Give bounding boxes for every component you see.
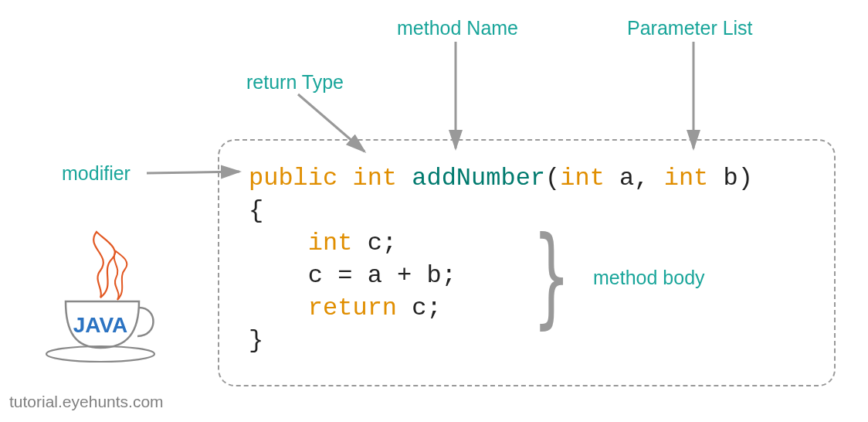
code-block: public int addNumber(int a, int b) { int… <box>249 162 805 357</box>
label-method-body: method body <box>593 267 705 289</box>
method-body-brace: } <box>534 223 569 331</box>
modifier-keyword: public <box>249 164 337 192</box>
body-line3-kw: return <box>308 294 397 322</box>
label-method-name: method Name <box>397 17 518 39</box>
body-line2: c = a + b; <box>308 261 456 290</box>
close-brace: } <box>249 326 263 355</box>
body-line3-rest: c; <box>397 294 442 322</box>
java-logo-text: JAVA <box>73 313 128 337</box>
label-modifier: modifier <box>62 162 131 185</box>
body-line1-type: int <box>308 229 353 257</box>
java-logo: JAVA <box>23 224 178 382</box>
comma: , <box>634 164 649 192</box>
param2-name: b <box>724 164 738 192</box>
param1-type: int <box>560 164 605 192</box>
param2-type: int <box>664 164 709 192</box>
close-paren: ) <box>738 164 753 192</box>
label-parameter-list: Parameter List <box>627 17 753 39</box>
method-name: addNumber <box>412 164 545 192</box>
open-paren: ( <box>545 164 560 192</box>
param1-name: a <box>619 164 634 192</box>
label-return-type: return Type <box>246 71 344 94</box>
return-type: int <box>352 164 397 192</box>
open-brace: { <box>249 196 263 225</box>
body-line1-rest: c; <box>352 229 397 257</box>
footer-text: tutorial.eyehunts.com <box>9 393 164 411</box>
code-container: public int addNumber(int a, int b) { int… <box>218 139 836 386</box>
